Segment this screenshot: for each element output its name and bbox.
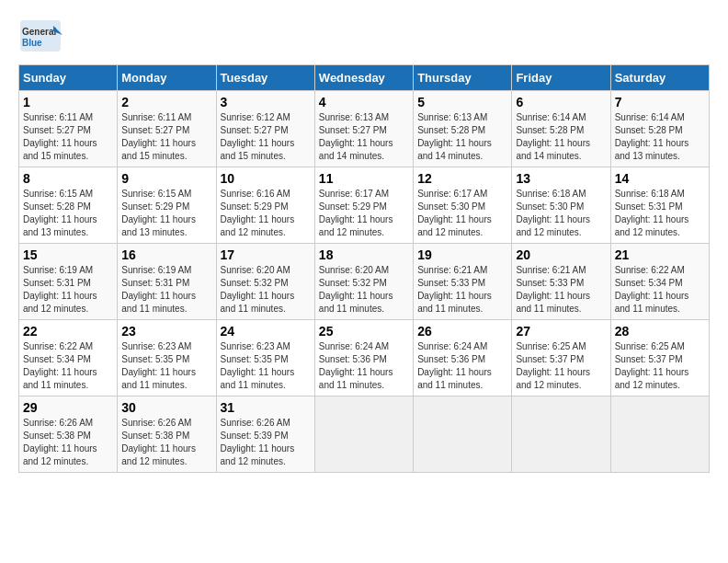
col-header-tuesday: Tuesday [216,65,314,91]
calendar-cell: 17Sunrise: 6:20 AMSunset: 5:32 PMDayligh… [216,244,314,320]
col-header-friday: Friday [512,65,610,91]
day-info: Sunrise: 6:12 AMSunset: 5:27 PMDaylight:… [221,111,311,163]
day-info: Sunrise: 6:15 AMSunset: 5:28 PMDaylight:… [23,188,113,239]
calendar-cell: 25Sunrise: 6:24 AMSunset: 5:36 PMDayligh… [314,320,413,396]
day-number: 5 [417,95,507,109]
day-info: Sunrise: 6:23 AMSunset: 5:35 PMDaylight:… [221,340,311,392]
day-info: Sunrise: 6:26 AMSunset: 5:38 PMDaylight:… [121,417,211,468]
col-header-monday: Monday [118,65,216,91]
calendar-cell: 4Sunrise: 6:13 AMSunset: 5:27 PMDaylight… [314,91,413,167]
day-number: 9 [121,171,211,186]
day-info: Sunrise: 6:17 AMSunset: 5:29 PMDaylight:… [319,188,409,239]
calendar-cell: 21Sunrise: 6:22 AMSunset: 5:34 PMDayligh… [610,244,709,320]
day-number: 21 [615,247,705,262]
day-info: Sunrise: 6:25 AMSunset: 5:37 PMDaylight:… [615,340,705,392]
calendar-cell [610,396,709,473]
day-info: Sunrise: 6:16 AMSunset: 5:29 PMDaylight:… [221,188,311,239]
day-info: Sunrise: 6:11 AMSunset: 5:27 PMDaylight:… [23,111,113,163]
calendar-cell: 3Sunrise: 6:12 AMSunset: 5:27 PMDaylight… [216,91,314,167]
calendar-cell: 20Sunrise: 6:21 AMSunset: 5:33 PMDayligh… [512,244,610,320]
calendar-cell: 14Sunrise: 6:18 AMSunset: 5:31 PMDayligh… [610,167,709,244]
day-number: 27 [516,324,606,339]
calendar-cell: 2Sunrise: 6:11 AMSunset: 5:27 PMDaylight… [118,91,216,167]
day-info: Sunrise: 6:21 AMSunset: 5:33 PMDaylight:… [516,264,606,316]
day-info: Sunrise: 6:26 AMSunset: 5:39 PMDaylight:… [221,417,311,468]
day-info: Sunrise: 6:13 AMSunset: 5:28 PMDaylight:… [417,111,507,163]
header: General Blue [18,18,710,55]
day-number: 30 [121,400,211,415]
day-info: Sunrise: 6:19 AMSunset: 5:31 PMDaylight:… [23,264,113,316]
calendar-cell: 1Sunrise: 6:11 AMSunset: 5:27 PMDaylight… [19,91,118,167]
col-header-saturday: Saturday [610,65,709,91]
calendar-cell: 5Sunrise: 6:13 AMSunset: 5:28 PMDaylight… [414,91,512,167]
calendar-week-row: 15Sunrise: 6:19 AMSunset: 5:31 PMDayligh… [19,244,710,320]
calendar-cell: 27Sunrise: 6:25 AMSunset: 5:37 PMDayligh… [512,320,610,396]
day-info: Sunrise: 6:25 AMSunset: 5:37 PMDaylight:… [516,340,606,392]
col-header-thursday: Thursday [414,65,512,91]
calendar-week-row: 29Sunrise: 6:26 AMSunset: 5:38 PMDayligh… [19,396,710,473]
day-number: 12 [417,171,507,186]
day-number: 22 [23,324,113,339]
day-info: Sunrise: 6:15 AMSunset: 5:29 PMDaylight:… [121,188,211,239]
logo-icon: General Blue [18,18,63,53]
calendar-cell: 7Sunrise: 6:14 AMSunset: 5:28 PMDaylight… [610,91,709,167]
day-info: Sunrise: 6:20 AMSunset: 5:32 PMDaylight:… [319,264,409,316]
calendar-cell [314,396,413,473]
day-info: Sunrise: 6:14 AMSunset: 5:28 PMDaylight:… [516,111,606,163]
svg-text:Blue: Blue [22,38,42,48]
day-number: 15 [23,247,113,262]
calendar-cell [512,396,610,473]
day-number: 20 [516,247,606,262]
day-number: 28 [615,324,705,339]
calendar-cell: 26Sunrise: 6:24 AMSunset: 5:36 PMDayligh… [414,320,512,396]
day-number: 16 [121,247,211,262]
logo: General Blue [18,18,63,55]
calendar-cell: 16Sunrise: 6:19 AMSunset: 5:31 PMDayligh… [118,244,216,320]
day-number: 23 [121,324,211,339]
day-number: 1 [23,95,113,109]
day-number: 7 [615,95,705,109]
day-info: Sunrise: 6:18 AMSunset: 5:31 PMDaylight:… [615,188,705,239]
day-number: 19 [417,247,507,262]
day-info: Sunrise: 6:17 AMSunset: 5:30 PMDaylight:… [417,188,507,239]
calendar-cell: 29Sunrise: 6:26 AMSunset: 5:38 PMDayligh… [19,396,118,473]
day-info: Sunrise: 6:18 AMSunset: 5:30 PMDaylight:… [516,188,606,239]
calendar-cell: 19Sunrise: 6:21 AMSunset: 5:33 PMDayligh… [414,244,512,320]
day-info: Sunrise: 6:22 AMSunset: 5:34 PMDaylight:… [615,264,705,316]
day-info: Sunrise: 6:23 AMSunset: 5:35 PMDaylight:… [121,340,211,392]
calendar-cell: 22Sunrise: 6:22 AMSunset: 5:34 PMDayligh… [19,320,118,396]
calendar-cell: 6Sunrise: 6:14 AMSunset: 5:28 PMDaylight… [512,91,610,167]
calendar-cell: 9Sunrise: 6:15 AMSunset: 5:29 PMDaylight… [118,167,216,244]
day-info: Sunrise: 6:22 AMSunset: 5:34 PMDaylight:… [23,340,113,392]
day-info: Sunrise: 6:26 AMSunset: 5:38 PMDaylight:… [23,417,113,468]
calendar-week-row: 8Sunrise: 6:15 AMSunset: 5:28 PMDaylight… [19,167,710,244]
calendar-cell: 30Sunrise: 6:26 AMSunset: 5:38 PMDayligh… [118,396,216,473]
day-number: 4 [319,95,409,109]
day-number: 29 [23,400,113,415]
calendar-cell: 18Sunrise: 6:20 AMSunset: 5:32 PMDayligh… [314,244,413,320]
day-number: 24 [221,324,311,339]
calendar-cell: 13Sunrise: 6:18 AMSunset: 5:30 PMDayligh… [512,167,610,244]
col-header-sunday: Sunday [19,65,118,91]
calendar-week-row: 22Sunrise: 6:22 AMSunset: 5:34 PMDayligh… [19,320,710,396]
day-info: Sunrise: 6:19 AMSunset: 5:31 PMDaylight:… [121,264,211,316]
calendar-cell: 12Sunrise: 6:17 AMSunset: 5:30 PMDayligh… [414,167,512,244]
svg-text:General: General [22,27,56,37]
day-number: 13 [516,171,606,186]
day-number: 8 [23,171,113,186]
day-number: 14 [615,171,705,186]
day-number: 18 [319,247,409,262]
day-info: Sunrise: 6:24 AMSunset: 5:36 PMDaylight:… [417,340,507,392]
day-number: 2 [121,95,211,109]
calendar-table: SundayMondayTuesdayWednesdayThursdayFrid… [18,64,710,473]
day-info: Sunrise: 6:20 AMSunset: 5:32 PMDaylight:… [221,264,311,316]
day-number: 17 [221,247,311,262]
day-number: 6 [516,95,606,109]
col-header-wednesday: Wednesday [314,65,413,91]
day-info: Sunrise: 6:11 AMSunset: 5:27 PMDaylight:… [121,111,211,163]
calendar-cell: 24Sunrise: 6:23 AMSunset: 5:35 PMDayligh… [216,320,314,396]
calendar-cell [414,396,512,473]
calendar-cell: 28Sunrise: 6:25 AMSunset: 5:37 PMDayligh… [610,320,709,396]
day-number: 3 [221,95,311,109]
day-info: Sunrise: 6:21 AMSunset: 5:33 PMDaylight:… [417,264,507,316]
